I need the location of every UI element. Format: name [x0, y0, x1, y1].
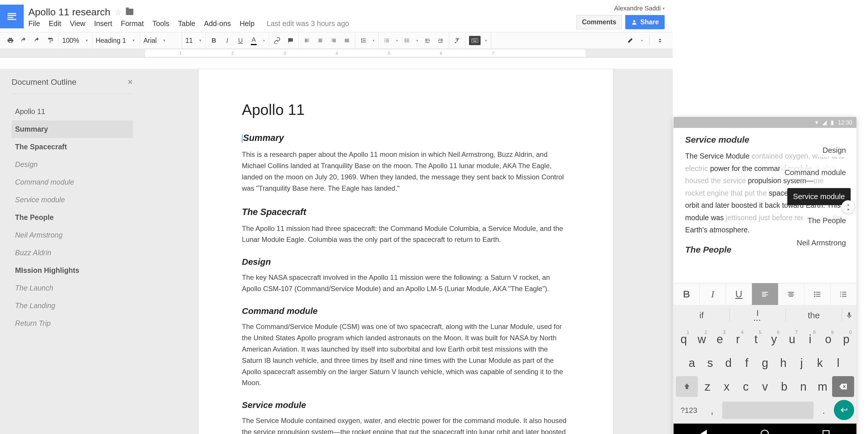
- microphone-icon[interactable]: [842, 312, 857, 319]
- document-page[interactable]: Apollo 11 SummaryThis is a research pape…: [198, 69, 613, 434]
- paragraph-style-select[interactable]: Heading 1▼: [96, 37, 136, 44]
- shift-key[interactable]: [676, 376, 698, 397]
- menu-help[interactable]: Help: [240, 20, 254, 28]
- key-c[interactable]: c: [738, 376, 754, 397]
- line-spacing-icon[interactable]: [359, 36, 368, 45]
- key-x[interactable]: x: [719, 376, 734, 397]
- font-select[interactable]: Arial▼: [144, 37, 178, 44]
- doc-heading-1[interactable]: Apollo 11: [242, 101, 570, 118]
- docs-logo[interactable]: [0, 5, 24, 28]
- account-menu[interactable]: Alexandre Saddi: [614, 5, 664, 12]
- symbols-key[interactable]: ?123: [676, 400, 702, 421]
- outline-item[interactable]: The Landing: [11, 297, 133, 314]
- doc-heading[interactable]: Design: [242, 257, 570, 267]
- key-v[interactable]: v: [757, 376, 773, 397]
- menu-view[interactable]: View: [70, 20, 85, 28]
- mobile-numbered-list-button[interactable]: [831, 283, 857, 305]
- mobile-bold-button[interactable]: B: [674, 283, 700, 305]
- menu-tools[interactable]: Tools: [153, 20, 169, 28]
- close-icon[interactable]: ✕: [127, 78, 133, 86]
- mobile-outline-item[interactable]: Design: [818, 144, 850, 157]
- mobile-outline-item[interactable]: The People: [803, 214, 850, 227]
- outline-item[interactable]: The Launch: [11, 279, 133, 297]
- outline-item[interactable]: Buzz Aldrin: [11, 244, 133, 261]
- ruler[interactable]: 1 2 3 4 5 6 7: [0, 49, 673, 58]
- key-z[interactable]: z: [700, 376, 715, 397]
- key-j[interactable]: j: [794, 352, 810, 373]
- key-e[interactable]: e3: [712, 329, 728, 349]
- mobile-underline-button[interactable]: U: [726, 283, 752, 305]
- menu-file[interactable]: File: [28, 20, 40, 28]
- mobile-align-center-button[interactable]: [778, 283, 804, 305]
- outline-item[interactable]: Apollo 11: [11, 103, 133, 120]
- doc-paragraph[interactable]: The key NASA spacecraft involved in the …: [242, 272, 570, 294]
- insert-comment-icon[interactable]: [286, 36, 295, 45]
- key-h[interactable]: h: [775, 352, 791, 373]
- key-t[interactable]: t5: [748, 329, 764, 349]
- key-s[interactable]: s: [702, 352, 718, 373]
- home-button[interactable]: [761, 430, 769, 434]
- undo-icon[interactable]: [19, 36, 28, 45]
- key-f[interactable]: f: [739, 352, 754, 373]
- outline-item[interactable]: Summary: [11, 120, 133, 138]
- key-w[interactable]: w2: [694, 329, 709, 349]
- paint-format-icon[interactable]: [46, 36, 55, 45]
- mobile-outline-item[interactable]: Service module: [787, 188, 850, 205]
- clear-formatting-icon[interactable]: [453, 36, 462, 45]
- key-o[interactable]: o9: [820, 329, 836, 349]
- menu-table[interactable]: Table: [178, 20, 195, 28]
- font-size-select[interactable]: 11▼: [185, 37, 202, 44]
- mobile-outline-item[interactable]: Command module: [780, 166, 850, 179]
- suggestion-2[interactable]: I•••: [730, 309, 786, 321]
- doc-heading[interactable]: Command module: [242, 306, 570, 316]
- key-l[interactable]: l: [830, 352, 846, 373]
- outline-item[interactable]: Neil Armstrong: [11, 226, 133, 244]
- outline-item[interactable]: MIssion Highlights: [11, 261, 133, 279]
- collapse-toolbar-icon[interactable]: [655, 36, 664, 45]
- zoom-select[interactable]: 100%▼: [62, 37, 89, 44]
- comments-button[interactable]: Comments: [576, 15, 622, 29]
- decrease-indent-icon[interactable]: [423, 36, 432, 45]
- outline-item[interactable]: Service module: [11, 191, 133, 209]
- menu-insert[interactable]: Insert: [94, 20, 112, 28]
- insert-link-icon[interactable]: [273, 36, 282, 45]
- comma-key[interactable]: ,: [705, 400, 719, 421]
- folder-icon[interactable]: [126, 9, 133, 15]
- outline-item[interactable]: Design: [11, 156, 133, 173]
- outline-item[interactable]: Return Trip: [11, 314, 133, 332]
- key-d[interactable]: d: [721, 352, 736, 373]
- mobile-bulleted-list-button[interactable]: [804, 283, 830, 305]
- mobile-align-left-button[interactable]: [752, 283, 778, 305]
- bold-button[interactable]: B: [209, 36, 218, 45]
- scroll-handle[interactable]: ▴▾: [841, 200, 855, 214]
- outline-item[interactable]: Command module: [11, 173, 133, 191]
- doc-heading[interactable]: Summary: [242, 133, 570, 143]
- text-color-dropdown[interactable]: ▼: [262, 39, 265, 42]
- share-button[interactable]: Share: [625, 15, 664, 29]
- doc-paragraph[interactable]: The Service Module contained oxygen, wat…: [242, 415, 570, 434]
- bulleted-list-icon[interactable]: [402, 36, 412, 45]
- space-key[interactable]: [722, 402, 814, 419]
- key-b[interactable]: b: [776, 376, 792, 397]
- editing-mode-icon[interactable]: [625, 36, 635, 45]
- back-button[interactable]: [701, 430, 707, 434]
- numbered-list-icon[interactable]: [382, 36, 392, 45]
- outline-item[interactable]: The People: [11, 209, 133, 226]
- italic-button[interactable]: I: [222, 36, 232, 45]
- underline-button[interactable]: U: [236, 36, 245, 45]
- align-left-icon[interactable]: [302, 36, 312, 45]
- menu-addons[interactable]: Add-ons: [204, 20, 231, 28]
- suggestion-3[interactable]: the: [786, 309, 842, 321]
- outline-item[interactable]: The Spacecraft: [11, 138, 133, 156]
- suggestion-1[interactable]: if: [674, 309, 730, 321]
- key-u[interactable]: u7: [784, 329, 800, 349]
- align-justify-icon[interactable]: [342, 36, 351, 45]
- key-p[interactable]: p0: [838, 329, 854, 349]
- key-a[interactable]: a: [684, 352, 700, 373]
- print-icon[interactable]: [6, 36, 15, 45]
- mobile-document[interactable]: Service module The Service Module contai…: [674, 128, 857, 283]
- redo-icon[interactable]: [32, 36, 42, 45]
- mobile-outline-item[interactable]: Neil Armstrong: [792, 236, 851, 250]
- key-i[interactable]: i8: [802, 329, 818, 349]
- menu-edit[interactable]: Edit: [49, 20, 61, 28]
